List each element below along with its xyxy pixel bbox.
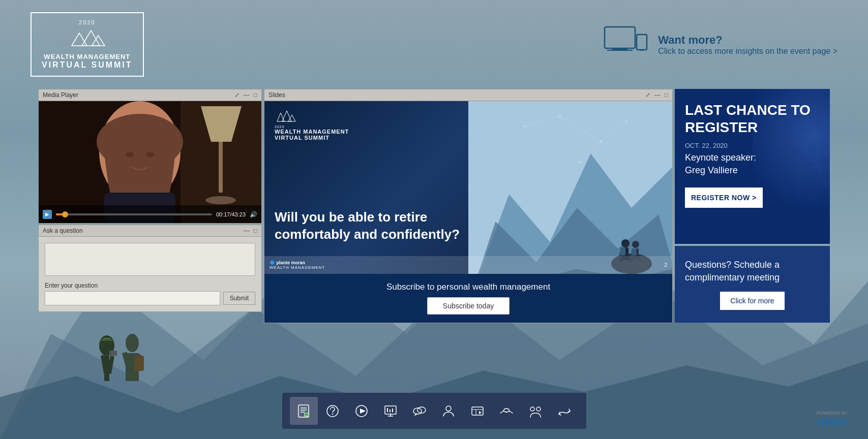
qa-controls: — □ <box>244 227 257 234</box>
toolbar-profile-button[interactable] <box>435 397 463 425</box>
header: 2020 WEALTH MANAGEMENT VIRTUAL SUMMIT Wa… <box>0 0 868 89</box>
svg-rect-59 <box>620 247 625 256</box>
slide-footer-logo: 🔷 plante moran WEALTH MANAGEMENT <box>270 260 325 270</box>
slide-footer: 🔷 plante moran WEALTH MANAGEMENT 2 <box>264 256 672 274</box>
svg-marker-89 <box>479 411 482 414</box>
svg-rect-20 <box>607 50 633 51</box>
qa-submit-button[interactable]: Submit <box>223 292 255 305</box>
svg-rect-22 <box>640 50 643 51</box>
qa-body: Enter your question Submit <box>39 237 261 311</box>
slides-close-icon[interactable]: □ <box>665 91 668 99</box>
slides-controls: ⤢ — □ <box>645 91 668 99</box>
svg-point-55 <box>632 241 639 248</box>
qa-close-icon[interactable]: □ <box>254 227 257 234</box>
slide-main-text: Will you be able to retire comfortably a… <box>275 209 487 243</box>
meeting-title: Questions? Schedule a complimentary meet… <box>685 259 820 284</box>
svg-point-50 <box>621 239 630 247</box>
media-player-title: Media Player <box>43 91 78 99</box>
media-player-header: Media Player ⤢ — □ <box>39 89 261 101</box>
qa-header: Ask a question — □ <box>39 225 261 237</box>
register-date: OCT. 22, 2020 <box>685 142 820 149</box>
svg-marker-76 <box>360 409 366 414</box>
qa-input-row: Submit <box>45 291 255 305</box>
svg-point-92 <box>536 407 541 411</box>
header-devices-icon <box>602 24 648 65</box>
click-more-button[interactable]: Click for more <box>720 292 784 310</box>
qa-title: Ask a question <box>43 227 83 234</box>
header-cta-text: Want more? Click to access more insights… <box>658 34 837 56</box>
toolbar-networking1-button[interactable] <box>493 397 521 425</box>
bottom-toolbar <box>282 393 586 429</box>
qa-minimize-icon[interactable]: — <box>244 227 250 234</box>
register-card[interactable]: LAST CHANCE TO REGISTER OCT. 22, 2020 Ke… <box>675 89 830 244</box>
svg-line-71 <box>305 415 307 416</box>
play-button[interactable] <box>43 210 52 219</box>
subscribe-text: Subscribe to personal wealth management <box>273 282 664 292</box>
toolbar-qa-button[interactable] <box>406 397 434 425</box>
register-button[interactable]: REGISTER NOW > <box>685 187 763 208</box>
qa-panel: Ask a question — □ Enter your question S… <box>38 225 262 312</box>
toolbar-video-button[interactable] <box>348 397 376 425</box>
on24-branding: POWERED BY ON24 <box>817 411 848 429</box>
click-access-label: Click to access more insights on the eve… <box>658 47 837 56</box>
video-feed <box>39 101 261 223</box>
svg-point-30 <box>126 152 134 157</box>
slides-title: Slides <box>268 91 285 99</box>
svg-point-74 <box>332 413 333 414</box>
slide-logo-line1: WEALTH MANAGEMENT <box>275 129 349 135</box>
toolbar-networking2-button[interactable] <box>522 397 550 425</box>
svg-point-27 <box>205 196 236 204</box>
footer-logo-name: 🔷 plante moran <box>270 260 325 265</box>
qa-label: Enter your question <box>45 282 255 289</box>
expand-icon[interactable]: ⤢ <box>234 91 240 99</box>
qa-input[interactable] <box>45 291 220 305</box>
progress-thumb <box>62 211 68 217</box>
slides-window: Slides ⤢ — □ <box>264 89 673 323</box>
slide-number: 2 <box>664 262 667 268</box>
logo-year: 2020 <box>42 19 133 25</box>
slide-logo: 2020 WEALTH MANAGEMENT VIRTUAL SUMMIT <box>275 109 349 141</box>
slide-logo-line2: VIRTUAL SUMMIT <box>275 135 349 141</box>
toolbar-navigation-button[interactable] <box>464 397 492 425</box>
media-player-panel: Media Player ⤢ — □ <box>38 89 262 224</box>
time-display: 00:17/43:23 <box>216 211 246 217</box>
volume-icon[interactable]: 🔊 <box>250 211 257 218</box>
close-icon[interactable]: □ <box>254 91 257 99</box>
toolbar-slides-button[interactable] <box>377 397 405 425</box>
meeting-card[interactable]: Questions? Schedule a complimentary meet… <box>675 246 830 323</box>
video-controls: 00:17/43:23 🔊 <box>39 205 261 223</box>
qa-textarea[interactable] <box>45 243 255 276</box>
svg-point-91 <box>530 407 534 411</box>
svg-rect-60 <box>632 248 637 256</box>
svg-rect-18 <box>605 27 635 48</box>
subscribe-button[interactable]: Subscribe today <box>427 297 510 315</box>
right-panel: LAST CHANCE TO REGISTER OCT. 22, 2020 Ke… <box>675 89 830 323</box>
toolbar-help-button[interactable] <box>319 397 347 425</box>
svg-marker-46 <box>277 113 284 121</box>
video-container: 00:17/43:23 🔊 <box>39 101 261 223</box>
svg-rect-21 <box>637 35 647 50</box>
slides-minimize-icon[interactable]: — <box>654 91 661 99</box>
logo-title2: VIRTUAL SUMMIT <box>42 60 133 70</box>
logo: 2020 WEALTH MANAGEMENT VIRTUAL SUMMIT <box>31 12 144 77</box>
header-cta[interactable]: Want more? Click to access more insights… <box>602 24 837 65</box>
progress-bar[interactable] <box>56 213 212 215</box>
toolbar-agenda-button[interactable] <box>290 397 318 425</box>
slides-expand-icon[interactable]: ⤢ <box>645 91 650 99</box>
svg-point-85 <box>446 406 451 411</box>
toolbar-networking3-button[interactable] <box>551 397 579 425</box>
svg-rect-26 <box>219 142 223 193</box>
minimize-icon[interactable]: — <box>244 91 250 99</box>
left-panel: Media Player ⤢ — □ <box>38 89 262 312</box>
svg-rect-19 <box>612 48 627 50</box>
slides-header: Slides ⤢ — □ <box>264 89 672 101</box>
main-content: Media Player ⤢ — □ <box>0 89 868 388</box>
register-keynote: Keynote speaker: Greg Valliere <box>685 151 820 177</box>
on24-powered-label: POWERED BY <box>817 411 848 416</box>
logo-mountains-icon <box>67 28 107 48</box>
want-more-label: Want more? <box>658 34 837 47</box>
slide-content: 2020 WEALTH MANAGEMENT VIRTUAL SUMMIT Wi… <box>264 101 672 274</box>
footer-logo-subtitle: WEALTH MANAGEMENT <box>270 265 325 270</box>
svg-rect-86 <box>472 407 483 415</box>
svg-marker-15 <box>72 33 87 46</box>
